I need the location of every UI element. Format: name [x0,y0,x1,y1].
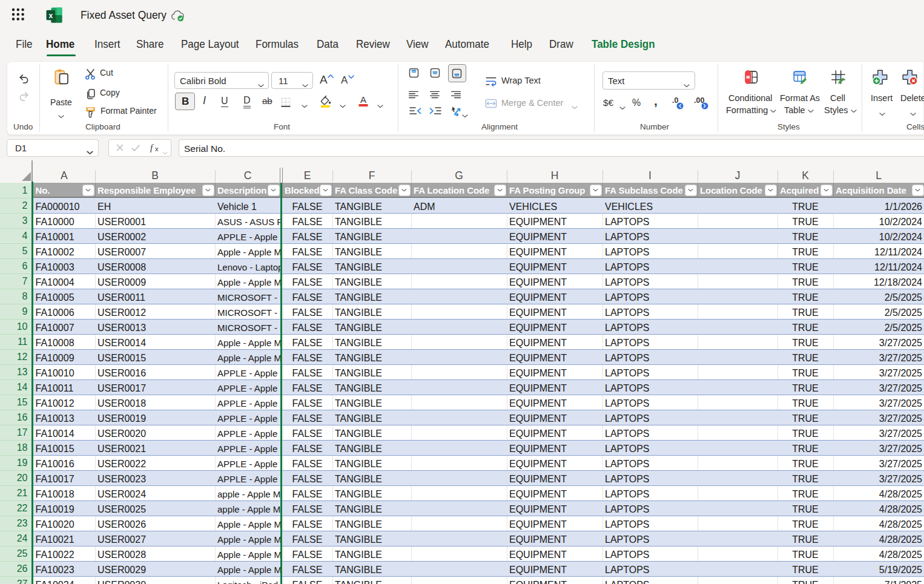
svg-text:A: A [360,95,366,105]
svg-text:x: x [48,11,53,20]
svg-text:x: x [155,145,159,153]
svg-text:f: f [150,143,154,153]
